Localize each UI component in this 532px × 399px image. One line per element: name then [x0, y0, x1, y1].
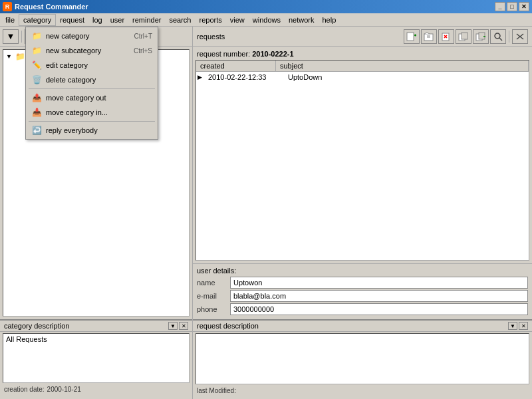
- menu-network[interactable]: network: [285, 15, 319, 25]
- menu-bar: file category request log user reminder …: [0, 13, 532, 27]
- col-header-subject[interactable]: subject: [276, 61, 529, 71]
- table-row[interactable]: ▶ 2010-02-22-12:33 UptoDown: [196, 72, 529, 82]
- phone-input[interactable]: [230, 303, 528, 315]
- menu-view[interactable]: view: [226, 15, 249, 25]
- requests-table[interactable]: created subject ▶ 2010-02-22-12:33 UptoD…: [196, 60, 529, 261]
- last-modified-bar: last Modified:: [193, 386, 532, 396]
- menu-search[interactable]: search: [165, 15, 195, 25]
- app-title: Request Commander: [15, 3, 88, 11]
- category-description-title: category description: [4, 322, 69, 330]
- req-desc-minimize[interactable]: ▼: [508, 322, 517, 330]
- requests-header: requests: [193, 27, 532, 47]
- menu-request[interactable]: request: [56, 15, 88, 25]
- right-panel: requests: [193, 27, 532, 399]
- new-category-label: new category: [46, 32, 89, 40]
- col-header-created[interactable]: created: [196, 61, 276, 71]
- menu-item-reply-everybody[interactable]: ↩️ reply everybody: [26, 123, 158, 138]
- tree-arrow-icon: ▼: [6, 53, 13, 60]
- title-bar-left: R Request Commander: [3, 2, 88, 11]
- phone-label: phone: [197, 305, 230, 313]
- cell-subject: UptoDown: [284, 72, 529, 82]
- menu-category[interactable]: category: [19, 14, 56, 26]
- menu-user[interactable]: user: [106, 15, 128, 25]
- category-description-content: All Requests: [3, 333, 190, 383]
- menu-file[interactable]: file: [1, 15, 19, 25]
- user-email-field: e-mail: [197, 290, 528, 302]
- copy-request-button[interactable]: [456, 29, 471, 44]
- svg-rect-11: [407, 33, 414, 41]
- svg-point-25: [495, 33, 500, 39]
- search-request-button[interactable]: [490, 29, 506, 44]
- separator-1: [29, 88, 155, 89]
- category-description-text: All Requests: [6, 335, 47, 343]
- menu-item-delete-category[interactable]: 🗑️ delete category: [26, 72, 158, 87]
- move-out-label: move category out: [46, 94, 106, 102]
- category-panel-close[interactable]: ✕: [179, 322, 188, 330]
- request-number-value: 2010-0222-1: [252, 50, 293, 58]
- title-bar: R Request Commander _ □ ✕: [0, 0, 532, 13]
- menu-reminder[interactable]: reminder: [128, 15, 165, 25]
- row-arrow-icon: ▶: [196, 74, 204, 80]
- new-category-shortcut: Ctrl+T: [134, 33, 153, 40]
- category-dropdown: 📁 new category Ctrl+T 📁 new subcategory …: [25, 27, 158, 140]
- minimize-button[interactable]: _: [495, 2, 505, 11]
- request-description-title: request description: [197, 322, 259, 330]
- dropdown-arrow-button[interactable]: ▼: [3, 29, 19, 44]
- close-button[interactable]: ✕: [519, 2, 529, 11]
- title-controls: _ □ ✕: [495, 2, 529, 11]
- menu-windows[interactable]: windows: [249, 15, 285, 25]
- move-in-icon: 📥: [31, 107, 42, 118]
- creation-date-bar: creation date: 2000-10-21: [0, 384, 192, 394]
- category-description-header: category description ▼ ✕: [0, 321, 192, 332]
- request-description-panel: request description ▼ ✕ last Modified:: [193, 319, 532, 399]
- reply-all-icon: ↩️: [31, 125, 42, 136]
- requests-toolbar-sep: [509, 31, 509, 43]
- table-header: created subject: [196, 61, 529, 72]
- name-input[interactable]: [230, 277, 528, 289]
- creation-date-value: 2000-10-21: [47, 386, 81, 393]
- request-description-content: [196, 333, 529, 384]
- folder-add-icon: 📁: [31, 31, 42, 41]
- user-name-field: name: [197, 277, 528, 289]
- reply-everybody-label: reply everybody: [46, 126, 98, 134]
- maximize-button[interactable]: □: [507, 2, 517, 11]
- menu-reports[interactable]: reports: [196, 15, 226, 25]
- menu-log[interactable]: log: [88, 15, 106, 25]
- move-out-icon: 📤: [31, 92, 42, 103]
- email-input[interactable]: [230, 290, 528, 302]
- name-label: name: [197, 279, 230, 287]
- cell-created: 2010-02-22-12:33: [204, 72, 284, 82]
- folder-icon: 📁: [15, 52, 25, 61]
- menu-item-move-in[interactable]: 📥 move category in...: [26, 105, 158, 120]
- folder-sub-icon: 📁: [31, 45, 42, 56]
- delete-icon: 🗑️: [31, 74, 42, 85]
- new-request-button[interactable]: [404, 29, 420, 44]
- delete-request-button[interactable]: [438, 29, 454, 44]
- svg-line-26: [499, 38, 502, 41]
- edit-category-label: edit category: [46, 61, 88, 69]
- req-desc-controls: ▼ ✕: [508, 322, 528, 330]
- open-request-button[interactable]: [421, 29, 437, 44]
- separator-2: [29, 121, 155, 122]
- req-desc-close[interactable]: ✕: [519, 322, 528, 330]
- category-panel-minimize[interactable]: ▼: [168, 322, 178, 330]
- menu-item-new-category[interactable]: 📁 new category Ctrl+T: [26, 29, 158, 43]
- toolbar-separator: [21, 31, 22, 43]
- request-number-bar: request number: 2010-0222-1: [196, 49, 529, 59]
- svg-rect-21: [462, 33, 467, 39]
- move-in-label: move category in...: [46, 108, 108, 116]
- menu-item-edit-category[interactable]: ✏️ edit category: [26, 58, 158, 72]
- menu-item-new-subcategory[interactable]: 📁 new subcategory Ctrl+S: [26, 43, 158, 58]
- edit-icon: ✏️: [31, 60, 42, 70]
- export-request-button[interactable]: [473, 29, 489, 44]
- close-requests-panel-button[interactable]: [512, 29, 528, 44]
- category-description-panel: category description ▼ ✕ All Requests cr…: [0, 319, 192, 399]
- user-details-title: user details:: [197, 267, 528, 275]
- menu-item-move-out[interactable]: 📤 move category out: [26, 90, 158, 105]
- user-phone-field: phone: [197, 303, 528, 315]
- creation-date-label: creation date:: [4, 386, 45, 393]
- email-label: e-mail: [197, 292, 230, 300]
- delete-category-label: delete category: [46, 76, 96, 84]
- menu-help[interactable]: help: [318, 15, 340, 25]
- request-description-header: request description ▼ ✕: [193, 321, 532, 332]
